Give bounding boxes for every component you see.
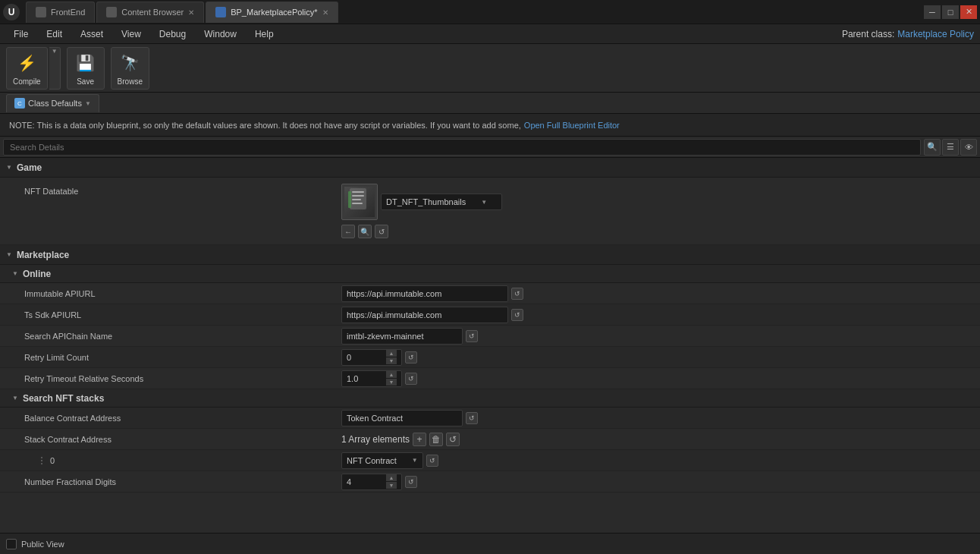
close-button[interactable]: ✕ [960, 5, 977, 19]
bp-marketplace-close[interactable]: ✕ [322, 8, 328, 17]
menu-window[interactable]: Window [196, 27, 244, 41]
asset-reset-button[interactable]: ↺ [375, 225, 388, 238]
compile-label: Compile [13, 77, 41, 86]
fractional-digits-up[interactable]: ▲ [386, 474, 397, 481]
ue-logo: U [3, 4, 20, 20]
tab-bp-marketplace-label: BP_MarketplacePolicy* [231, 8, 317, 17]
nft-contract-dropdown[interactable]: NFT Contract ▼ [341, 452, 423, 469]
search-details-input[interactable] [3, 139, 921, 156]
balance-contract-row: Balance Contract Address ↺ [0, 408, 980, 429]
asset-thumbnail [341, 184, 378, 220]
bottom-bar: Public View [0, 533, 980, 554]
ts-sdk-apiurl-input[interactable] [341, 307, 508, 323]
fractional-digits-down[interactable]: ▼ [386, 482, 397, 489]
menu-edit[interactable]: Edit [39, 27, 70, 41]
content-browser-close[interactable]: ✕ [188, 8, 194, 17]
class-defaults-arrow: ▼ [85, 100, 91, 107]
compile-dropdown[interactable]: ▼ [49, 47, 61, 90]
nft-datatable-row: NFT Datatable [0, 178, 980, 245]
tab-content-browser-label: Content Browser [121, 8, 184, 17]
tab-frontend-label: FrontEnd [51, 8, 85, 17]
stack-contract-item-0-value: NFT Contract ▼ ↺ [341, 452, 980, 469]
search-submit-button[interactable]: 🔍 [924, 139, 941, 156]
ts-sdk-apiurl-value: ↺ [341, 307, 980, 323]
class-defaults-label: Class Defaults [28, 99, 82, 108]
menu-help[interactable]: Help [247, 27, 281, 41]
search-apichain-reset[interactable]: ↺ [466, 330, 478, 342]
retry-timeout-down[interactable]: ▼ [386, 379, 397, 386]
balance-contract-value: ↺ [341, 410, 980, 427]
open-blueprint-editor-link[interactable]: Open Full Blueprint Editor [524, 121, 620, 130]
minimize-button[interactable]: ─ [924, 5, 941, 19]
immutable-apiurl-reset[interactable]: ↺ [511, 288, 523, 300]
asset-name-text: DT_NFT_Thumbnails [386, 197, 466, 206]
stack-contract-array-count: 1 Array elements [341, 434, 410, 445]
stack-contract-value: 1 Array elements + 🗑 ↺ [341, 433, 980, 446]
immutable-apiurl-input[interactable] [341, 285, 508, 302]
search-nft-stacks-label: Search NFT stacks [23, 393, 104, 404]
tab-frontend[interactable]: FrontEnd [26, 2, 95, 23]
save-label: Save [77, 77, 94, 86]
browse-label: Browse [118, 77, 143, 86]
menu-asset[interactable]: Asset [73, 27, 111, 41]
compile-button[interactable]: ⚡ Compile [6, 47, 48, 90]
array-delete-button[interactable]: 🗑 [429, 433, 443, 446]
browse-button[interactable]: 🔭 Browse [111, 47, 149, 90]
balance-contract-input[interactable] [341, 410, 463, 427]
compile-icon: ⚡ [14, 51, 39, 75]
array-add-button[interactable]: + [413, 433, 426, 446]
balance-contract-reset[interactable]: ↺ [466, 412, 478, 424]
game-group-header[interactable]: ▼ Game [0, 158, 980, 178]
game-group-label: Game [17, 162, 42, 173]
menu-view[interactable]: View [114, 27, 149, 41]
retry-timeout-up[interactable]: ▲ [386, 371, 397, 378]
tab-content-browser[interactable]: Content Browser ✕ [96, 2, 204, 23]
retry-timeout-row: Retry Timeout Relative Seconds 1.0 ▲ ▼ ↺ [0, 368, 980, 389]
tab-bp-marketplace[interactable]: BP_MarketplacePolicy* ✕ [206, 2, 338, 23]
online-subgroup-header[interactable]: ▼ Online [0, 265, 980, 283]
menu-file[interactable]: File [6, 27, 36, 41]
view-options-button[interactable]: ☰ [942, 139, 959, 156]
class-defaults-tab[interactable]: C Class Defaults ▼ [6, 94, 99, 112]
nft-contract-reset[interactable]: ↺ [426, 455, 438, 467]
ts-sdk-apiurl-reset[interactable]: ↺ [511, 309, 523, 321]
retry-timeout-reset[interactable]: ↺ [405, 373, 417, 385]
save-icon: 💾 [74, 51, 98, 75]
nft-contract-caret: ▼ [412, 457, 418, 464]
asset-back-button[interactable]: ← [341, 225, 355, 238]
asset-name-dropdown[interactable]: DT_NFT_Thumbnails ▼ [381, 194, 502, 210]
visibility-toggle-button[interactable]: 👁 [960, 139, 977, 156]
browser-tab-icon [106, 7, 117, 17]
menu-debug[interactable]: Debug [152, 27, 193, 41]
marketplace-group-header[interactable]: ▼ Marketplace [0, 245, 980, 265]
parent-class-label: Parent class: [842, 29, 894, 39]
fractional-digits-label: Number Fractional Digits [0, 477, 341, 486]
fractional-digits-reset[interactable]: ↺ [405, 476, 417, 488]
retry-limit-down[interactable]: ▼ [386, 357, 397, 364]
fractional-digits-num: 4 [347, 477, 351, 486]
retry-limit-reset[interactable]: ↺ [405, 351, 417, 364]
search-bar: 🔍 ☰ 👁 [0, 137, 980, 158]
maximize-button[interactable]: □ [942, 5, 959, 19]
stack-contract-item-0-label: 0 [0, 455, 341, 466]
search-apichain-input[interactable] [341, 328, 463, 345]
immutable-apiurl-row: Immutable APIURL ↺ [0, 283, 980, 304]
nft-datatable-label: NFT Datatable [0, 184, 341, 196]
browse-icon: 🔭 [118, 51, 142, 75]
fractional-digits-input-container: 4 ▲ ▼ [341, 474, 402, 490]
retry-limit-up[interactable]: ▲ [386, 350, 397, 357]
datatable-thumb-svg [348, 188, 371, 216]
array-reset-button[interactable]: ↺ [446, 433, 460, 446]
search-icons: 🔍 ☰ 👁 [924, 139, 977, 156]
drag-handle[interactable] [39, 455, 44, 466]
menu-bar: File Edit Asset View Debug Window Help P… [0, 24, 980, 44]
public-view-checkbox[interactable] [6, 539, 17, 549]
search-nft-stacks-header[interactable]: ▼ Search NFT stacks [0, 389, 980, 408]
retry-limit-spinner: ▲ ▼ [386, 350, 397, 364]
game-group-arrow: ▼ [6, 164, 12, 171]
save-button[interactable]: 💾 Save [67, 47, 105, 90]
asset-browse-button[interactable]: 🔍 [358, 225, 372, 238]
retry-limit-row: Retry Limit Count 0 ▲ ▼ ↺ [0, 347, 980, 368]
svg-rect-5 [348, 191, 351, 208]
parent-class-link[interactable]: Marketplace Policy [897, 29, 974, 39]
